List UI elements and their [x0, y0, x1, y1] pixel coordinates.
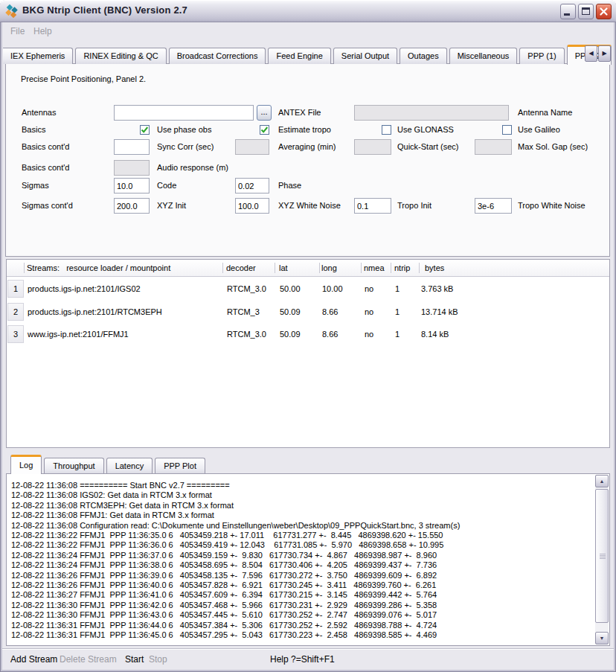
xyz-init-label: XYZ Init	[157, 198, 186, 214]
cell-mountpoint: www.igs-ip.net:2101/FFMJ1	[28, 325, 129, 343]
cell-lat: 50.09	[280, 325, 301, 343]
tab-outages[interactable]: Outages	[400, 48, 447, 64]
log-line: 12-08-22 11:36:31 FFMJ1 PPP 11:36:44.0 6…	[11, 621, 593, 630]
sync-corr-input[interactable]	[114, 139, 150, 155]
use-glonass-label: Use GLONASS	[397, 122, 454, 138]
use-galileo-label: Use Galileo	[518, 122, 560, 138]
add-stream-button[interactable]: Add Stream	[10, 649, 57, 670]
tab-iex-ephemeris[interactable]: IEX Ephemeris	[3, 48, 73, 64]
tropo-white-noise-input[interactable]	[475, 198, 512, 214]
scroll-down-button[interactable]: ▼	[595, 632, 609, 644]
use-phase-obs-label: Use phase obs	[157, 122, 211, 138]
tropo-white-noise-label: Tropo White Noise	[518, 198, 585, 214]
xyz-white-noise-label: XYZ White Noise	[278, 198, 341, 214]
sync-corr-label: Sync Corr (sec)	[157, 139, 214, 155]
tab-throughput[interactable]: Throughput	[44, 458, 103, 473]
scroll-up-button[interactable]: ▲	[595, 475, 609, 487]
log-scrollbar[interactable]: ▲ ▼	[595, 475, 609, 644]
sigmas-label: Sigmas	[22, 178, 49, 193]
bottom-tab-bar: Log Throughput Latency PPP Plot	[6, 454, 208, 473]
cell-nmea: no	[365, 280, 373, 298]
tab-broadcast-corrections[interactable]: Broadcast Corrections	[169, 48, 266, 64]
minimize-button[interactable]	[560, 4, 576, 19]
antex-file-label: ANTEX File	[278, 105, 321, 121]
log-area: 12-08-22 11:36:08 ========== Start BNC v…	[6, 473, 610, 646]
checkmark-icon	[141, 126, 149, 134]
ppp-panel: Precise Point Positioning, Panel 2. Ante…	[5, 63, 610, 257]
app-window: BKG Ntrip Client (BNC) Version 2.7 File …	[0, 0, 616, 672]
cell-mountpoint: products.igs-ip.net:2101/RTCM3EPH	[28, 303, 162, 321]
tab-feed-engine[interactable]: Feed Engine	[268, 48, 330, 64]
tab-serial-output[interactable]: Serial Output	[333, 48, 397, 64]
cell-decoder: RTCM_3.0	[227, 280, 266, 298]
stop-button: Stop	[149, 649, 167, 670]
tropo-init-input[interactable]	[354, 198, 391, 214]
tab-latency[interactable]: Latency	[106, 458, 153, 473]
log-line: 12-08-22 11:36:08 IGS02: Get data in RTC…	[11, 490, 593, 500]
log-line: 12-08-22 11:36:30 FFMJ1 PPP 11:36:42.0 6…	[11, 601, 593, 610]
phase-label: Phase	[278, 178, 301, 193]
column-separator	[275, 263, 275, 273]
log-line: 12-08-22 11:36:22 FFMJ1 PPP 11:36:36.0 6…	[11, 540, 593, 550]
cell-ntrip: 1	[395, 280, 400, 298]
stream-row[interactable]: 1 products.igs-ip.net:2101/IGS02 RTCM_3.…	[7, 280, 609, 298]
main-tab-bar: IEX Ephemeris RINEX Editing & QC Broadca…	[3, 44, 584, 64]
sigma-code-input[interactable]	[114, 178, 150, 193]
max-sol-gap-input	[475, 139, 512, 155]
header-long: long	[321, 260, 337, 276]
log-line: 12-08-22 11:36:26 FFMJ1 PPP 11:36:39.0 6…	[11, 571, 593, 580]
audio-response-input	[114, 160, 150, 176]
cell-mountpoint: products.igs-ip.net:2101/IGS02	[28, 280, 141, 298]
delete-stream-button: Delete Stream	[60, 649, 117, 670]
close-button[interactable]	[596, 4, 612, 19]
basics-label: Basics	[22, 122, 45, 138]
tropo-init-label: Tropo Init	[397, 198, 431, 214]
column-separator	[24, 263, 25, 273]
audio-response-label: Audio response (m)	[157, 160, 228, 176]
app-icon	[5, 4, 19, 18]
header-mountpoint: Streams: resource loader / mountpoint	[27, 260, 170, 276]
basics-contd2-label: Basics cont'd	[22, 160, 69, 176]
log-line: 12-08-22 11:36:31 FFMJ1 PPP 11:36:45.0 6…	[11, 630, 593, 640]
tab-ppp-plot[interactable]: PPP Plot	[155, 458, 205, 473]
cell-ntrip: 1	[395, 325, 400, 343]
stream-row[interactable]: 3 www.igs-ip.net:2101/FFMJ1 RTCM_3.0 50.…	[7, 325, 609, 343]
panel-caption: Precise Point Positioning, Panel 2.	[21, 71, 146, 87]
titlebar: BKG Ntrip Client (BNC) Version 2.7	[0, 0, 616, 22]
antennas-input[interactable]	[114, 105, 254, 121]
client-area: File Help IEX Ephemeris RINEX Editing & …	[2, 22, 614, 670]
use-galileo-checkbox[interactable]	[502, 125, 512, 135]
maximize-button[interactable]	[578, 4, 594, 19]
header-lat: lat	[279, 260, 288, 276]
xyz-white-noise-input[interactable]	[235, 198, 269, 214]
tab-log[interactable]: Log	[10, 455, 42, 474]
sigma-phase-input[interactable]	[235, 178, 269, 193]
cell-bytes: 8.14 kB	[421, 325, 449, 343]
tab-scroll-left-button[interactable]: ◀	[585, 45, 597, 62]
tab-scroll-right-button[interactable]: ▶	[598, 45, 611, 62]
xyz-init-input[interactable]	[114, 198, 150, 214]
stream-row[interactable]: 2 products.igs-ip.net:2101/RTCM3EPH RTCM…	[7, 303, 609, 321]
log-line: 12-08-22 11:36:27 FFMJ1 PPP 11:36:41.0 6…	[11, 590, 593, 600]
use-phase-obs-checkbox[interactable]	[140, 125, 150, 135]
scroll-thumb[interactable]	[595, 489, 609, 623]
tab-ppp-1[interactable]: PPP (1)	[519, 48, 564, 64]
menu-item-help[interactable]: Help	[29, 25, 57, 38]
menu-item-file[interactable]: File	[6, 25, 29, 38]
start-button[interactable]: Start	[125, 649, 144, 670]
antex-file-input	[354, 105, 509, 121]
browse-button[interactable]: ...	[257, 105, 272, 121]
log-line: 12-08-22 11:36:08 Configuration read: C:…	[11, 521, 593, 531]
cell-long: 8.66	[322, 303, 338, 321]
tab-miscellaneous[interactable]: Miscellaneous	[449, 48, 518, 64]
tab-rinex-editing-qc[interactable]: RINEX Editing & QC	[75, 48, 166, 64]
column-separator	[391, 263, 391, 273]
estimate-tropo-checkbox[interactable]	[260, 125, 269, 135]
estimate-tropo-label: Estimate tropo	[278, 122, 331, 138]
averaging-input	[235, 139, 269, 155]
quick-start-input	[354, 139, 391, 155]
use-glonass-checkbox[interactable]	[382, 125, 391, 135]
code-label: Code	[157, 178, 176, 193]
cell-nmea: no	[365, 303, 373, 321]
checkmark-icon	[260, 126, 269, 134]
